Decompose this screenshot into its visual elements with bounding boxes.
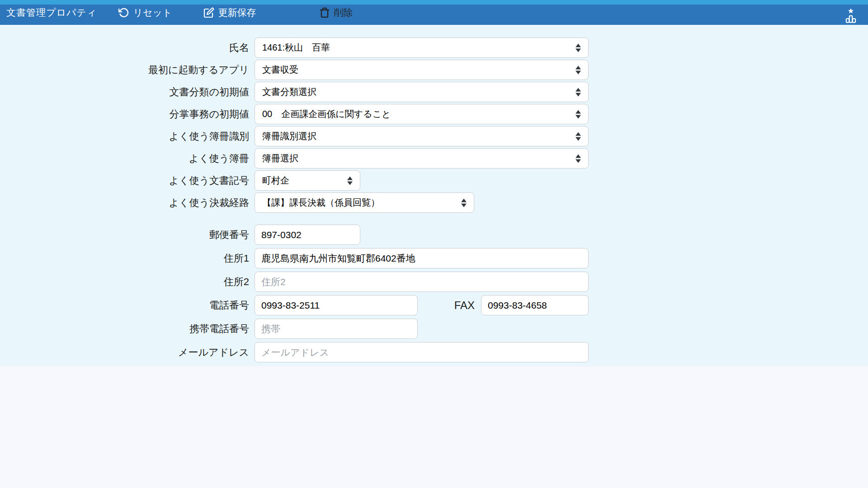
update-save-button[interactable]: 更新保存	[203, 6, 256, 19]
form-row-address2: 住所2	[0, 272, 868, 292]
approval-route-select-value: 【課】課長決裁（係員回覧）	[262, 197, 380, 209]
form-row-approval-route: よく使う決裁経路 【課】課長決裁（係員回覧）	[0, 192, 868, 213]
doc-symbol-select-value: 町村企	[262, 174, 289, 187]
email-input[interactable]	[255, 342, 589, 362]
doc-class-default-label: 文書分類の初期値	[0, 85, 249, 99]
doc-symbol-select[interactable]: 町村企	[255, 170, 360, 191]
select-arrows-icon	[576, 88, 581, 96]
select-arrows-icon	[576, 154, 581, 163]
mobile-input[interactable]	[255, 319, 418, 339]
phone-label: 電話番号	[0, 299, 249, 312]
name-select-value: 1461:秋山 百華	[262, 42, 330, 54]
select-arrows-icon	[576, 110, 581, 118]
form-row-doc-symbol: よく使う文書記号 町村企	[0, 170, 868, 191]
empty-content-area	[0, 366, 868, 488]
reset-button[interactable]: リセット	[118, 6, 172, 19]
email-label: メールアドレス	[0, 346, 249, 359]
book-id-select[interactable]: 簿冊識別選択	[255, 126, 589, 146]
mobile-label: 携帯電話番号	[0, 322, 249, 336]
form-row-book: よく使う簿冊 簿冊選択	[0, 148, 868, 169]
address2-label: 住所2	[0, 275, 249, 289]
approval-route-select[interactable]: 【課】課長決裁（係員回覧）	[255, 192, 474, 213]
page-title: 文書管理プロパティ	[6, 6, 97, 19]
startup-app-select-value: 文書収受	[262, 64, 298, 76]
trash-icon	[319, 7, 330, 18]
duty-default-label: 分掌事務の初期値	[0, 108, 249, 121]
form-row-address1: 住所1	[0, 248, 868, 268]
book-select[interactable]: 簿冊選択	[255, 148, 589, 169]
fax-input[interactable]	[481, 295, 589, 315]
select-arrows-icon	[576, 43, 581, 52]
duty-default-select-value: 00 企画課企画係に関すること	[262, 108, 391, 120]
form-row-duty-default: 分掌事務の初期値 00 企画課企画係に関すること	[0, 104, 868, 124]
name-select[interactable]: 1461:秋山 百華	[255, 38, 589, 58]
delete-button[interactable]: 削除	[319, 6, 353, 19]
postal-code-input[interactable]	[255, 225, 360, 245]
favorites-apps-button[interactable]	[845, 7, 856, 25]
form-row-startup-app: 最初に起動するアプリ 文書収受	[0, 60, 868, 80]
address1-input[interactable]	[255, 248, 589, 268]
document-properties-form: 氏名 1461:秋山 百華 最初に起動するアプリ 文書収受 文書分類の初期値 文…	[0, 25, 868, 366]
approval-route-label: よく使う決裁経路	[0, 196, 249, 210]
startup-app-select[interactable]: 文書収受	[255, 60, 589, 80]
address2-input[interactable]	[255, 272, 589, 292]
book-id-select-value: 簿冊識別選択	[262, 130, 316, 142]
form-row-mobile: 携帯電話番号	[0, 319, 868, 339]
postal-code-label: 郵便番号	[0, 228, 249, 242]
doc-class-default-select[interactable]: 文書分類選択	[255, 82, 589, 102]
form-row-email: メールアドレス	[0, 342, 868, 362]
select-arrows-icon	[461, 198, 467, 207]
book-id-label: よく使う簿冊識別	[0, 130, 249, 143]
rotate-ccw-icon	[118, 7, 129, 18]
select-arrows-icon	[347, 176, 353, 185]
phone-input[interactable]	[255, 295, 418, 315]
reset-button-label: リセット	[133, 6, 172, 19]
form-row-name: 氏名 1461:秋山 百華	[0, 38, 868, 58]
edit-icon	[203, 7, 214, 18]
star-podium-icon	[845, 7, 856, 23]
address1-label: 住所1	[0, 252, 249, 265]
doc-symbol-label: よく使う文書記号	[0, 174, 249, 188]
name-label: 氏名	[0, 41, 249, 55]
doc-class-default-select-value: 文書分類選択	[262, 86, 316, 98]
book-label: よく使う簿冊	[0, 152, 249, 165]
form-row-postal-code: 郵便番号	[0, 225, 868, 245]
delete-button-label: 削除	[334, 6, 353, 19]
form-row-phone-fax: 電話番号 FAX	[0, 295, 868, 315]
form-row-doc-class-default: 文書分類の初期値 文書分類選択	[0, 82, 868, 102]
select-arrows-icon	[576, 132, 581, 141]
fax-label: FAX	[418, 299, 481, 312]
save-button-label: 更新保存	[218, 6, 256, 19]
duty-default-select[interactable]: 00 企画課企画係に関すること	[255, 104, 589, 124]
form-row-book-id: よく使う簿冊識別 簿冊識別選択	[0, 126, 868, 146]
startup-app-label: 最初に起動するアプリ	[0, 63, 249, 77]
top-bar: 文書管理プロパティ リセット 更新保存 削除	[0, 0, 868, 25]
select-arrows-icon	[576, 66, 581, 74]
book-select-value: 簿冊選択	[262, 152, 298, 164]
